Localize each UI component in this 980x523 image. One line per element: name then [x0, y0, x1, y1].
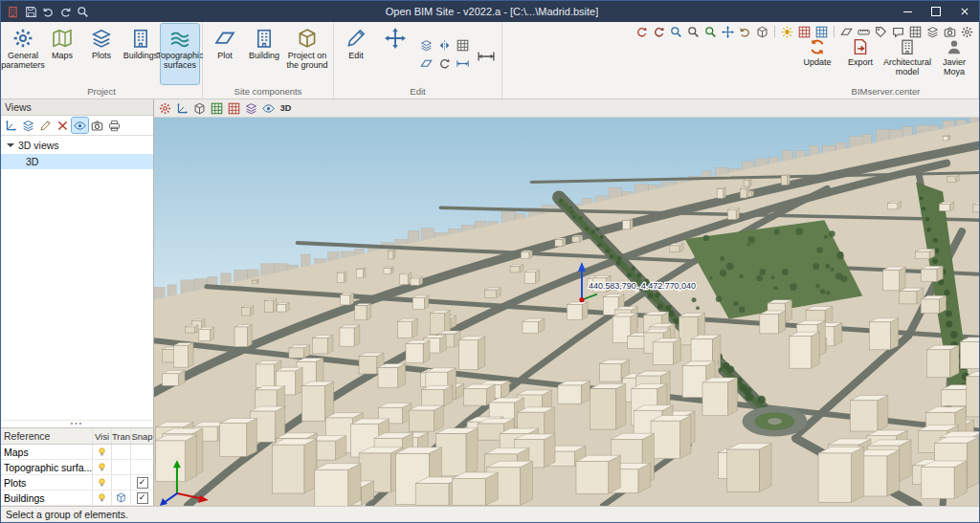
3d-city-model[interactable]: 440.583,790, 4.472.770,040 — [154, 118, 979, 506]
snap-cell[interactable] — [130, 445, 153, 459]
plot-button[interactable]: Plot — [206, 24, 244, 84]
reference-grid-icon[interactable] — [226, 100, 242, 116]
architectural-model-button[interactable]: Architectural model — [882, 36, 932, 84]
snapshot-icon[interactable] — [106, 118, 122, 133]
view-navigation-toolbar — [634, 24, 975, 39]
transparency-icon[interactable] — [111, 490, 130, 505]
close-button[interactable] — [950, 1, 979, 22]
visibility-bulb-icon[interactable] — [92, 475, 111, 490]
ribbon-group-label: BIMserver.center — [796, 84, 975, 98]
render-options-icon[interactable] — [157, 100, 173, 116]
layer-row-plots[interactable]: Plots ✓ — [1, 475, 153, 490]
button-label: Building — [249, 51, 279, 60]
plots-button[interactable]: Plots — [82, 24, 121, 84]
dimensions-icon[interactable] — [873, 24, 889, 39]
button-label: Topographic surfaces — [156, 51, 203, 71]
orbit-center-icon[interactable] — [651, 24, 667, 39]
tree-node-3d[interactable]: 3D — [1, 154, 153, 169]
measure-icon[interactable] — [856, 24, 872, 39]
element-visibility-icon[interactable] — [260, 100, 277, 116]
column-header: Tran — [111, 428, 130, 444]
snap-cell[interactable] — [130, 460, 153, 474]
update-icon — [809, 38, 826, 55]
visibility-bulb-icon[interactable] — [92, 445, 111, 459]
zoom-window-icon[interactable] — [668, 24, 684, 39]
minimize-button[interactable] — [893, 1, 922, 22]
edges-icon[interactable] — [813, 24, 830, 39]
delete-view-icon[interactable] — [55, 118, 71, 133]
zoom-in-out-icon[interactable] — [685, 24, 702, 39]
3d-canvas[interactable]: 440.583,790, 4.472.770,040 — [154, 118, 979, 506]
snap-checkbox[interactable]: ✓ — [130, 490, 153, 505]
transparency-cell[interactable] — [111, 445, 130, 459]
camera-icon[interactable] — [89, 118, 105, 133]
new-view-icon[interactable] — [3, 118, 19, 133]
tree-node-3d-views[interactable]: 3D views — [1, 138, 153, 153]
user-account-button[interactable]: Javier Moya — [933, 36, 975, 84]
general-parameters-button[interactable]: General parameters — [4, 24, 42, 84]
scale-icon[interactable] — [454, 54, 471, 72]
reference-grid-icon[interactable] — [907, 24, 924, 39]
move-button[interactable] — [376, 24, 414, 84]
layer-row-maps[interactable]: Maps — [1, 445, 153, 460]
rotate-icon[interactable] — [435, 54, 453, 72]
shadows-icon[interactable] — [779, 24, 795, 39]
topographic-surfaces-button[interactable]: Topographic surfaces — [161, 24, 199, 84]
project-on-the-ground-button[interactable]: Project on the ground — [284, 24, 330, 84]
previous-view-icon[interactable] — [737, 24, 753, 39]
layers-icon[interactable] — [924, 24, 941, 39]
map-icon — [52, 28, 73, 49]
work-plane-icon[interactable] — [174, 100, 190, 116]
view-3d-icon[interactable]: 3D — [278, 100, 294, 116]
visibility-bulb-icon[interactable] — [92, 460, 111, 474]
column-header: Visi — [92, 428, 111, 444]
layer-row-buildings[interactable]: Buildings ✓ — [1, 490, 153, 506]
analytical-grid-icon[interactable] — [209, 100, 225, 116]
building-icon — [130, 28, 151, 49]
measure-icon — [478, 48, 495, 65]
duplicate-view-icon[interactable] — [20, 118, 36, 133]
views-tree: 3D views 3D — [1, 136, 153, 169]
view-orientation-icon[interactable] — [191, 100, 208, 116]
textures-icon[interactable] — [796, 24, 813, 39]
redo-icon[interactable] — [57, 4, 74, 19]
edit-view-icon[interactable] — [37, 118, 54, 133]
edit-tools-grid — [417, 36, 471, 72]
view-settings-icon[interactable] — [72, 118, 88, 133]
layer-row-topographic-surfaces[interactable]: Topographic surfa... — [1, 460, 153, 475]
save-icon[interactable] — [23, 4, 39, 19]
materials-icon[interactable] — [243, 100, 259, 116]
column-header: Reference — [1, 430, 92, 442]
export-button[interactable]: Export — [839, 36, 881, 84]
comments-icon[interactable] — [890, 24, 906, 39]
transparency-cell[interactable] — [111, 460, 130, 474]
undo-icon[interactable] — [40, 4, 56, 19]
gear-icon — [12, 28, 33, 49]
perspective-icon[interactable] — [754, 24, 770, 39]
transparency-cell[interactable] — [111, 475, 130, 490]
update-button[interactable]: Update — [796, 36, 838, 84]
maximize-button[interactable] — [922, 1, 950, 22]
visibility-bulb-icon[interactable] — [92, 490, 111, 505]
edit-button[interactable]: Edit — [337, 24, 375, 84]
configuration-icon[interactable] — [959, 24, 975, 39]
offset-icon[interactable] — [417, 54, 434, 72]
align-icon[interactable] — [454, 36, 471, 54]
panel-splitter[interactable]: ••• — [1, 420, 153, 427]
snap-checkbox[interactable]: ✓ — [130, 475, 153, 490]
building-button[interactable]: Building — [245, 24, 283, 84]
buildings-button[interactable]: Buildings — [122, 24, 160, 84]
camera-views-icon[interactable] — [942, 24, 958, 39]
maps-button[interactable]: Maps — [43, 24, 81, 84]
ribbon: General parameters Maps Plots Buildings … — [1, 22, 979, 99]
user-icon — [946, 38, 963, 55]
pan-icon[interactable] — [720, 24, 736, 39]
zoom-icon[interactable] — [75, 4, 91, 19]
measure-button[interactable] — [474, 24, 499, 84]
orbit-icon[interactable] — [634, 24, 650, 39]
copy-icon[interactable] — [417, 36, 434, 54]
zoom-extents-icon[interactable] — [702, 24, 719, 39]
section-plane-icon[interactable] — [838, 24, 855, 39]
mirror-icon[interactable] — [435, 36, 453, 54]
ribbon-group-label: Site components — [206, 84, 330, 98]
